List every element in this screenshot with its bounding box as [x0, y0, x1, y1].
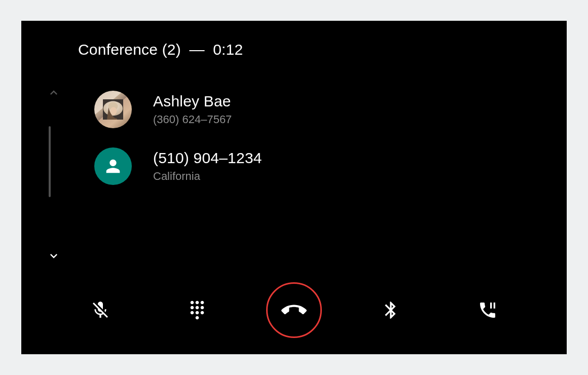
scrollbar[interactable]: [49, 126, 51, 197]
participant-text: (510) 904–1234 California: [153, 149, 262, 183]
chevron-up-icon: [47, 86, 61, 100]
participant-number: (510) 904–1234: [153, 149, 262, 167]
in-call-screen: Conference (2) — 0:12: [21, 21, 567, 354]
hold-button[interactable]: [460, 282, 516, 338]
participant-number: (360) 624–7567: [153, 113, 232, 126]
participant-row[interactable]: (510) 904–1234 California: [94, 142, 546, 199]
avatar-photo-placeholder: [103, 99, 123, 120]
call-controls: [21, 282, 567, 338]
mute-button[interactable]: [72, 282, 128, 338]
participant-location: California: [153, 170, 262, 183]
participant-name: Ashley Bae: [153, 93, 232, 110]
bluetooth-button[interactable]: [363, 282, 419, 338]
participant-text: Ashley Bae (360) 624–7567: [153, 93, 232, 126]
mic-off-icon: [90, 300, 111, 320]
participant-list: Ashley Bae (360) 624–7567 (510) 904–1234…: [94, 86, 546, 199]
call-timer: 0:12: [213, 41, 243, 58]
chevron-down-icon: [47, 249, 61, 263]
person-icon: [103, 156, 123, 176]
avatar: [94, 91, 132, 128]
end-call-button[interactable]: [266, 282, 322, 338]
participant-row[interactable]: Ashley Bae (360) 624–7567: [94, 86, 546, 142]
call-header: Conference (2) — 0:12: [78, 41, 243, 58]
scroll-up-button[interactable]: [47, 86, 61, 100]
svg-point-3: [110, 107, 117, 115]
header-separator: —: [189, 41, 204, 58]
phone-paused-icon: [477, 300, 498, 320]
bluetooth-icon: [381, 300, 401, 320]
avatar: [94, 147, 132, 185]
call-title: Conference (2): [78, 41, 181, 58]
call-end-icon: [281, 297, 307, 323]
dialpad-icon: [187, 300, 207, 320]
scroll-down-button[interactable]: [47, 249, 61, 263]
dialpad-button[interactable]: [169, 282, 225, 338]
